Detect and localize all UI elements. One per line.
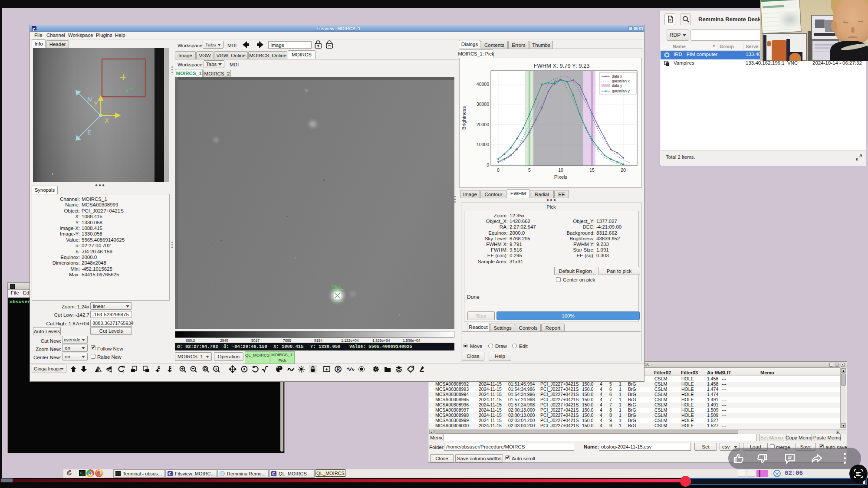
svg-text:gaussian y: gaussian y xyxy=(612,89,630,93)
svg-text:30000: 30000 xyxy=(477,102,489,107)
svg-text:E: E xyxy=(87,128,92,136)
svg-text:E: E xyxy=(169,365,171,370)
svg-text:10: 10 xyxy=(558,167,563,173)
svg-text:20: 20 xyxy=(621,167,626,173)
svg-text:20000: 20000 xyxy=(477,122,489,127)
svg-text:15: 15 xyxy=(589,167,595,173)
svg-text:Pixels: Pixels xyxy=(554,174,568,180)
svg-text:X: X xyxy=(105,117,109,124)
svg-text:10000: 10000 xyxy=(477,142,489,147)
svg-text:0: 0 xyxy=(497,167,500,173)
svg-text:98: 98 xyxy=(129,88,133,91)
svg-text:5: 5 xyxy=(528,167,531,173)
svg-text:y: y xyxy=(123,370,124,373)
svg-text:R: R xyxy=(337,367,340,372)
svg-text:Y: Y xyxy=(94,100,98,107)
svg-text:FWHM X: 9.79 Y: 9.23: FWHM X: 9.79 Y: 9.23 xyxy=(533,62,589,69)
svg-text:Brightness: Brightness xyxy=(461,106,467,130)
svg-text:N: N xyxy=(87,95,92,103)
svg-text:data x: data x xyxy=(612,74,622,79)
svg-text:data y: data y xyxy=(612,83,622,88)
svg-text:E: E xyxy=(158,365,160,370)
svg-text:gaussian x: gaussian x xyxy=(612,79,630,83)
svg-text:40000: 40000 xyxy=(477,82,489,87)
svg-text:1: 1 xyxy=(215,367,217,371)
svg-text:0: 0 xyxy=(487,162,489,167)
